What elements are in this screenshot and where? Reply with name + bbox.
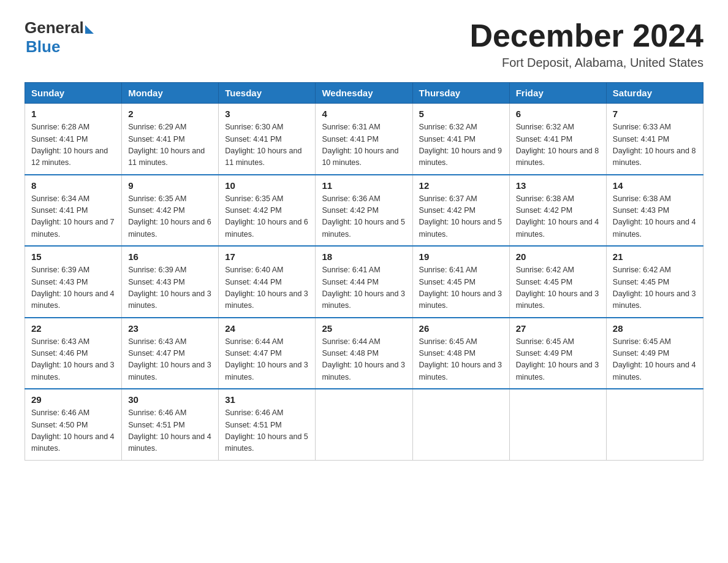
day-info: Sunrise: 6:35 AMSunset: 4:42 PMDaylight:…	[128, 193, 212, 241]
day-info: Sunrise: 6:45 AMSunset: 4:48 PMDaylight:…	[419, 336, 503, 384]
day-number: 9	[128, 180, 212, 191]
day-number: 21	[613, 251, 697, 262]
day-info: Sunrise: 6:44 AMSunset: 4:47 PMDaylight:…	[225, 336, 309, 384]
table-row: 11 Sunrise: 6:36 AMSunset: 4:42 PMDaylig…	[316, 175, 412, 247]
day-info: Sunrise: 6:46 AMSunset: 4:50 PMDaylight:…	[31, 407, 115, 455]
logo-general: General	[25, 18, 84, 37]
day-info: Sunrise: 6:41 AMSunset: 4:44 PMDaylight:…	[322, 264, 406, 312]
header-thursday: Thursday	[412, 83, 509, 104]
day-number: 28	[613, 323, 697, 334]
day-info: Sunrise: 6:28 AMSunset: 4:41 PMDaylight:…	[31, 121, 115, 169]
day-number: 31	[225, 394, 309, 405]
day-info: Sunrise: 6:29 AMSunset: 4:41 PMDaylight:…	[128, 121, 212, 169]
day-number: 3	[225, 109, 309, 119]
table-row	[606, 389, 703, 460]
day-number: 30	[128, 394, 212, 405]
table-row: 30 Sunrise: 6:46 AMSunset: 4:51 PMDaylig…	[122, 389, 219, 460]
weekday-header-row: Sunday Monday Tuesday Wednesday Thursday…	[25, 83, 703, 104]
day-info: Sunrise: 6:41 AMSunset: 4:45 PMDaylight:…	[419, 264, 503, 312]
calendar-week-row: 8 Sunrise: 6:34 AMSunset: 4:41 PMDayligh…	[25, 175, 703, 247]
day-info: Sunrise: 6:44 AMSunset: 4:48 PMDaylight:…	[322, 336, 406, 384]
table-row: 26 Sunrise: 6:45 AMSunset: 4:48 PMDaylig…	[412, 318, 509, 389]
day-number: 18	[322, 251, 406, 262]
day-number: 29	[31, 394, 115, 405]
day-info: Sunrise: 6:39 AMSunset: 4:43 PMDaylight:…	[31, 264, 115, 312]
logo-blue: Blue	[26, 37, 94, 56]
table-row: 12 Sunrise: 6:37 AMSunset: 4:42 PMDaylig…	[412, 175, 509, 247]
table-row: 10 Sunrise: 6:35 AMSunset: 4:42 PMDaylig…	[219, 175, 316, 247]
day-number: 4	[322, 109, 406, 119]
calendar-table: Sunday Monday Tuesday Wednesday Thursday…	[25, 82, 703, 461]
table-row: 1 Sunrise: 6:28 AMSunset: 4:41 PMDayligh…	[25, 104, 122, 175]
table-row: 6 Sunrise: 6:32 AMSunset: 4:41 PMDayligh…	[509, 104, 606, 175]
day-number: 14	[613, 180, 697, 191]
table-row: 22 Sunrise: 6:43 AMSunset: 4:46 PMDaylig…	[25, 318, 122, 389]
day-number: 24	[225, 323, 309, 334]
day-info: Sunrise: 6:46 AMSunset: 4:51 PMDaylight:…	[225, 407, 309, 455]
table-row: 7 Sunrise: 6:33 AMSunset: 4:41 PMDayligh…	[606, 104, 703, 175]
day-number: 7	[613, 109, 697, 119]
header-saturday: Saturday	[606, 83, 703, 104]
table-row: 14 Sunrise: 6:38 AMSunset: 4:43 PMDaylig…	[606, 175, 703, 247]
day-info: Sunrise: 6:38 AMSunset: 4:43 PMDaylight:…	[613, 193, 697, 241]
day-number: 17	[225, 251, 309, 262]
header-wednesday: Wednesday	[316, 83, 412, 104]
table-row	[316, 389, 412, 460]
day-number: 5	[419, 109, 503, 119]
day-info: Sunrise: 6:30 AMSunset: 4:41 PMDaylight:…	[225, 121, 309, 169]
day-number: 26	[419, 323, 503, 334]
table-row: 24 Sunrise: 6:44 AMSunset: 4:47 PMDaylig…	[219, 318, 316, 389]
table-row: 8 Sunrise: 6:34 AMSunset: 4:41 PMDayligh…	[25, 175, 122, 247]
day-info: Sunrise: 6:46 AMSunset: 4:51 PMDaylight:…	[128, 407, 212, 455]
day-info: Sunrise: 6:42 AMSunset: 4:45 PMDaylight:…	[613, 264, 697, 312]
table-row: 16 Sunrise: 6:39 AMSunset: 4:43 PMDaylig…	[122, 246, 219, 318]
table-row: 15 Sunrise: 6:39 AMSunset: 4:43 PMDaylig…	[25, 246, 122, 318]
day-number: 16	[128, 251, 212, 262]
day-info: Sunrise: 6:35 AMSunset: 4:42 PMDaylight:…	[225, 193, 309, 241]
day-info: Sunrise: 6:43 AMSunset: 4:47 PMDaylight:…	[128, 336, 212, 384]
table-row: 13 Sunrise: 6:38 AMSunset: 4:42 PMDaylig…	[509, 175, 606, 247]
header-tuesday: Tuesday	[219, 83, 316, 104]
table-row: 29 Sunrise: 6:46 AMSunset: 4:50 PMDaylig…	[25, 389, 122, 460]
calendar-week-row: 29 Sunrise: 6:46 AMSunset: 4:50 PMDaylig…	[25, 389, 703, 460]
table-row	[509, 389, 606, 460]
day-info: Sunrise: 6:31 AMSunset: 4:41 PMDaylight:…	[322, 121, 406, 169]
logo: General Blue	[25, 18, 94, 56]
table-row: 20 Sunrise: 6:42 AMSunset: 4:45 PMDaylig…	[509, 246, 606, 318]
day-number: 2	[128, 109, 212, 119]
month-title: December 2024	[469, 18, 703, 53]
table-row: 18 Sunrise: 6:41 AMSunset: 4:44 PMDaylig…	[316, 246, 412, 318]
day-info: Sunrise: 6:37 AMSunset: 4:42 PMDaylight:…	[419, 193, 503, 241]
day-info: Sunrise: 6:40 AMSunset: 4:44 PMDaylight:…	[225, 264, 309, 312]
day-info: Sunrise: 6:32 AMSunset: 4:41 PMDaylight:…	[516, 121, 600, 169]
day-number: 27	[516, 323, 600, 334]
table-row: 23 Sunrise: 6:43 AMSunset: 4:47 PMDaylig…	[122, 318, 219, 389]
day-info: Sunrise: 6:43 AMSunset: 4:46 PMDaylight:…	[31, 336, 115, 384]
day-number: 23	[128, 323, 212, 334]
day-number: 25	[322, 323, 406, 334]
title-section: December 2024 Fort Deposit, Alabama, Uni…	[469, 18, 703, 70]
day-info: Sunrise: 6:39 AMSunset: 4:43 PMDaylight:…	[128, 264, 212, 312]
day-number: 1	[31, 109, 115, 119]
table-row: 31 Sunrise: 6:46 AMSunset: 4:51 PMDaylig…	[219, 389, 316, 460]
calendar-week-row: 1 Sunrise: 6:28 AMSunset: 4:41 PMDayligh…	[25, 104, 703, 175]
header-friday: Friday	[509, 83, 606, 104]
table-row: 17 Sunrise: 6:40 AMSunset: 4:44 PMDaylig…	[219, 246, 316, 318]
table-row: 2 Sunrise: 6:29 AMSunset: 4:41 PMDayligh…	[122, 104, 219, 175]
table-row: 5 Sunrise: 6:32 AMSunset: 4:41 PMDayligh…	[412, 104, 509, 175]
day-number: 13	[516, 180, 600, 191]
day-info: Sunrise: 6:33 AMSunset: 4:41 PMDaylight:…	[613, 121, 697, 169]
page-header: General Blue December 2024 Fort Deposit,…	[25, 18, 703, 70]
table-row	[412, 389, 509, 460]
calendar-week-row: 22 Sunrise: 6:43 AMSunset: 4:46 PMDaylig…	[25, 318, 703, 389]
day-info: Sunrise: 6:32 AMSunset: 4:41 PMDaylight:…	[419, 121, 503, 169]
table-row: 25 Sunrise: 6:44 AMSunset: 4:48 PMDaylig…	[316, 318, 412, 389]
day-number: 8	[31, 180, 115, 191]
table-row: 9 Sunrise: 6:35 AMSunset: 4:42 PMDayligh…	[122, 175, 219, 247]
day-info: Sunrise: 6:34 AMSunset: 4:41 PMDaylight:…	[31, 193, 115, 241]
table-row: 21 Sunrise: 6:42 AMSunset: 4:45 PMDaylig…	[606, 246, 703, 318]
logo-arrow-icon	[85, 25, 94, 34]
table-row: 27 Sunrise: 6:45 AMSunset: 4:49 PMDaylig…	[509, 318, 606, 389]
day-number: 11	[322, 180, 406, 191]
table-row: 4 Sunrise: 6:31 AMSunset: 4:41 PMDayligh…	[316, 104, 412, 175]
